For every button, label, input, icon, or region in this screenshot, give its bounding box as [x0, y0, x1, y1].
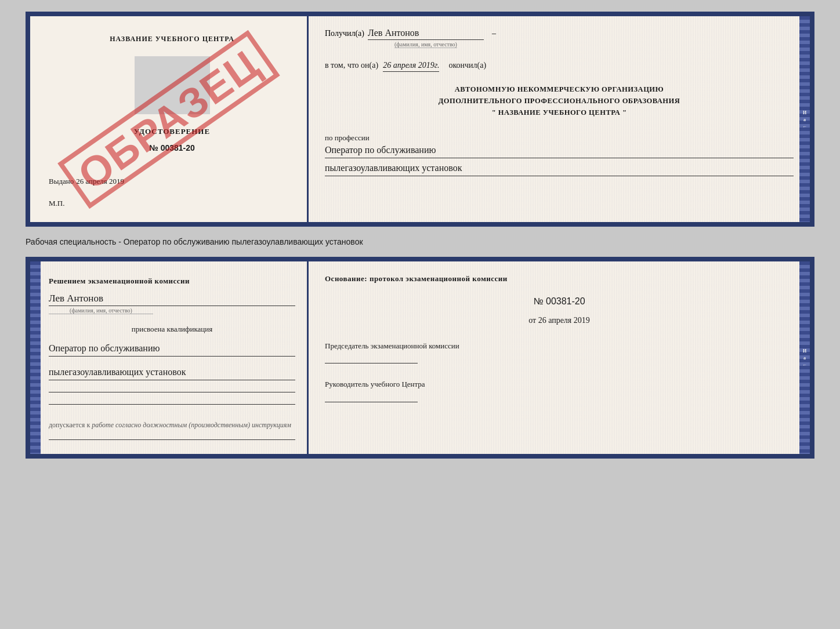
- org-line2: ДОПОЛНИТЕЛЬНОГО ПРОФЕССИОНАЛЬНОГО ОБРАЗО…: [325, 95, 794, 107]
- issued-prefix: Выдано: [49, 177, 74, 186]
- osnov-text: Основание: протокол экзаменационной коми…: [325, 273, 794, 285]
- date-prefix: в том, что он(а): [325, 61, 378, 70]
- protocol-date-value: 26 апреля 2019: [538, 316, 590, 325]
- date-value: 26 апреля 2019г.: [383, 61, 439, 72]
- bottom-left-panel: Решением экзаменационной комиссии Лев Ан…: [30, 261, 309, 454]
- profession-line2: пылегазоулавливающих установок: [325, 163, 794, 176]
- protocol-number: № 00381-20: [325, 296, 794, 307]
- qualification-line2: пылегазоулавливающих установок: [49, 367, 295, 380]
- top-document: НАЗВАНИЕ УЧЕБНОГО ЦЕНТРА УДОСТОВЕРЕНИЕ №…: [26, 12, 814, 227]
- org-line3: " НАЗВАНИЕ УЧЕБНОГО ЦЕНТРА ": [325, 107, 794, 118]
- allowed-italic: работе согласно должностным (производств…: [92, 421, 291, 429]
- org-line1: АВТОНОМНУЮ НЕКОММЕРЧЕСКУЮ ОРГАНИЗАЦИЮ: [325, 83, 794, 95]
- recipient-section: Получил(а) Лев Антонов (фамилия, имя, от…: [325, 28, 794, 48]
- head-signature-line: [325, 402, 418, 402]
- decision-text: Решением экзаменационной комиссии: [49, 275, 295, 287]
- completed-label: окончил(а): [448, 61, 486, 70]
- date-row: в том, что он(а) 26 апреля 2019г. окончи…: [325, 61, 794, 72]
- mp-label: М.П.: [49, 199, 295, 208]
- assigned-text: присвоена квалификация: [49, 325, 295, 334]
- school-title: НАЗВАНИЕ УЧЕБНОГО ЦЕНТРА: [49, 35, 295, 43]
- recipient-name-container: Лев Антонов (фамилия, имя, отчество): [368, 28, 484, 48]
- fio-label-top: (фамилия, имя, отчество): [394, 41, 457, 48]
- issued-row: Выдано 26 апреля 2019: [49, 177, 295, 186]
- recipient-prefix: Получил(а): [325, 29, 364, 38]
- recipient-dash: –: [492, 29, 496, 38]
- protocol-date-prefix: от: [528, 316, 536, 325]
- profession-line1: Оператор по обслуживанию: [325, 145, 794, 158]
- allowed-text: допускается к работе согласно должностны…: [49, 420, 295, 430]
- bottom-person-name: Лев Антонов: [49, 293, 295, 306]
- protocol-date: от 26 апреля 2019: [325, 316, 794, 325]
- top-left-panel: НАЗВАНИЕ УЧЕБНОГО ЦЕНТРА УДОСТОВЕРЕНИЕ №…: [30, 16, 309, 222]
- bottom-left-strip: [30, 261, 41, 454]
- bottom-right-strip: И а ←: [799, 261, 810, 454]
- bottom-person-container: Лев Антонов (фамилия, имя, отчество): [49, 293, 295, 314]
- profession-section: по профессии Оператор по обслуживанию пы…: [325, 132, 794, 176]
- between-text: Рабочая специальность - Оператор по обсл…: [26, 237, 814, 246]
- profession-label: по профессии: [325, 133, 370, 142]
- cert-number: № 00381-20: [49, 143, 295, 152]
- chairman-text: Председатель экзаменационной комиссии: [325, 340, 794, 352]
- bottom-right-panel: Основание: протокол экзаменационной коми…: [309, 261, 810, 454]
- org-text: АВТОНОМНУЮ НЕКОММЕРЧЕСКУЮ ОРГАНИЗАЦИЮ ДО…: [325, 83, 794, 118]
- allowed-prefix: допускается к: [49, 421, 90, 429]
- bottom-fio-label: (фамилия, имя, отчество): [49, 307, 153, 314]
- chairman-signature-line: [325, 363, 418, 363]
- bottom-document: Решением экзаменационной комиссии Лев Ан…: [26, 257, 814, 459]
- blank-line-2: [49, 404, 295, 405]
- top-right-panel: Получил(а) Лев Антонов (фамилия, имя, от…: [309, 16, 810, 222]
- cert-label: УДОСТОВЕРЕНИЕ: [49, 127, 295, 136]
- right-decorative-strip: И а ←: [799, 16, 810, 222]
- recipient-name: Лев Антонов: [368, 28, 484, 40]
- issued-date: 26 апреля 2019: [76, 177, 124, 186]
- head-text: Руководитель учебного Центра: [325, 379, 794, 390]
- blank-line-3: [49, 439, 295, 440]
- photo-placeholder: [135, 56, 210, 114]
- blank-line-1: [49, 392, 295, 392]
- qualification-line1: Оператор по обслуживанию: [49, 343, 295, 357]
